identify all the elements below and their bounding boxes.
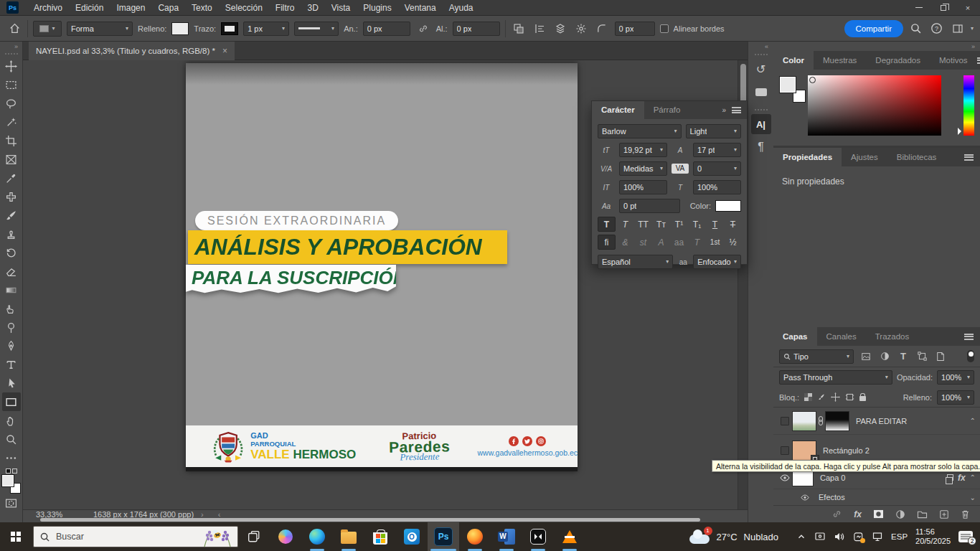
settings-gear-icon[interactable] [573, 21, 589, 37]
collapse-effects-icon[interactable]: ⌃ [970, 474, 976, 481]
taskbar-search[interactable]: Buscar [33, 526, 238, 547]
saturation-brightness-box[interactable] [808, 75, 941, 136]
comments-panel-icon[interactable] [751, 82, 771, 102]
fractions-button[interactable]: ½ [725, 235, 741, 250]
tray-chevron-up-icon[interactable] [796, 532, 806, 542]
eraser-tool[interactable] [2, 262, 21, 281]
lock-all-icon[interactable] [859, 396, 866, 401]
minimize-button[interactable] [907, 0, 931, 16]
document-tab[interactable]: NAYELI.psd al 33,3% (Titulo y cuadros, R… [29, 42, 235, 60]
tab-propiedades[interactable]: Propiedades [773, 148, 842, 166]
foreground-background-swatches[interactable] [2, 475, 21, 494]
hue-slider[interactable] [963, 75, 974, 136]
object-selection-tool[interactable] [2, 113, 21, 131]
menu-edicion[interactable]: Edición [69, 0, 110, 16]
tab-color[interactable]: Color [773, 51, 814, 70]
menu-ventana[interactable]: Ventana [398, 0, 443, 16]
menu-filtro[interactable]: Filtro [269, 0, 301, 16]
strikethrough-button[interactable]: T [725, 217, 741, 232]
file-explorer-button[interactable] [333, 522, 364, 551]
panel-group-collapse-icon[interactable]: » [773, 42, 980, 51]
layer-name[interactable]: Rectángulo 2 [823, 446, 870, 455]
firefox-button[interactable] [459, 522, 491, 551]
rectangle-tool[interactable] [2, 392, 21, 411]
swash-button[interactable]: A [653, 235, 669, 250]
outlook-button[interactable]: O [396, 522, 428, 551]
faux-italic-button[interactable]: T [617, 217, 633, 232]
ordinals-button[interactable]: 1st [707, 235, 723, 250]
opacity-select[interactable]: 100%▾ [937, 370, 974, 385]
capcut-button[interactable] [522, 522, 554, 551]
tool-mode-select[interactable]: Forma▾ [67, 22, 133, 36]
menu-plugins[interactable]: Plugins [357, 0, 397, 16]
close-button[interactable]: × [956, 0, 980, 16]
delete-layer-icon[interactable] [961, 509, 970, 519]
new-group-icon[interactable] [917, 509, 928, 519]
smudge-tool[interactable] [2, 299, 21, 318]
lasso-tool[interactable] [2, 94, 21, 113]
hand-tool[interactable] [2, 411, 21, 430]
stylistic-alternates-button[interactable]: aa [671, 235, 687, 250]
clone-stamp-tool[interactable] [2, 225, 21, 243]
task-view-button[interactable] [238, 522, 270, 551]
all-caps-button[interactable]: TT [635, 217, 651, 232]
app-update-tray-icon[interactable] [853, 532, 864, 542]
subscript-button[interactable]: T₁ [689, 217, 705, 232]
workspace-caret-icon[interactable]: ▾ [971, 26, 974, 32]
vertical-scale-field[interactable]: 100% [619, 180, 667, 194]
filter-pixel-layers-icon[interactable] [859, 350, 872, 363]
path-alignment-icon[interactable] [532, 21, 547, 37]
kerning-select[interactable]: Medidas▾ [619, 161, 667, 176]
menu-3d[interactable]: 3D [301, 0, 324, 16]
wireless-display-icon[interactable] [814, 532, 826, 542]
baseline-shift-field[interactable]: 0 pt [619, 199, 680, 213]
marquee-tool[interactable] [2, 75, 21, 94]
effects-label[interactable]: Efectos [819, 493, 845, 501]
layer-filtering-toggle[interactable] [967, 350, 974, 362]
photoshop-taskbar-button[interactable]: Ps [428, 522, 459, 551]
menu-ayuda[interactable]: Ayuda [443, 0, 480, 16]
titling-alternates-button[interactable]: T [689, 235, 705, 250]
volume-icon[interactable] [834, 532, 845, 542]
tab-ajustes[interactable]: Ajustes [842, 148, 887, 166]
history-panel-icon[interactable]: ↺ [751, 59, 771, 79]
tracking-select[interactable]: 0▾ [693, 161, 741, 176]
dodge-tool[interactable] [2, 318, 21, 336]
align-edges-checkbox[interactable] [660, 24, 669, 33]
font-size-select[interactable]: 19,92 pt▾ [619, 143, 667, 157]
color-panel-menu-icon[interactable] [977, 57, 980, 64]
layers-panel-menu-icon[interactable] [964, 334, 974, 340]
word-button[interactable]: W [491, 522, 522, 551]
tab-motivos[interactable]: Motivos [930, 51, 977, 70]
expand-icon[interactable]: ⌄ [970, 494, 976, 501]
horizontal-scale-field[interactable]: 100% [693, 180, 741, 194]
filter-smart-objects-icon[interactable] [934, 350, 947, 363]
frame-tool[interactable] [2, 150, 21, 169]
new-layer-icon[interactable] [939, 509, 949, 519]
tab-canales[interactable]: Canales [817, 327, 866, 346]
small-caps-button[interactable]: Tᴛ [653, 217, 669, 232]
contextual-alternates-button[interactable]: & [617, 235, 633, 250]
toolbar-collapse-icon[interactable]: » [0, 42, 22, 52]
path-operations-icon[interactable] [511, 21, 527, 37]
share-button[interactable]: Compartir [844, 20, 903, 37]
history-brush-tool[interactable] [2, 243, 21, 262]
layer-name[interactable]: PARA EDITAR [856, 417, 907, 425]
language-select[interactable]: Español▾ [598, 255, 673, 269]
tool-preset-picker[interactable]: ▾ [33, 21, 62, 37]
notification-center-icon[interactable]: 2 [958, 531, 973, 542]
start-button[interactable] [0, 522, 32, 551]
tab-degradados[interactable]: Degradados [866, 51, 930, 70]
workspace-switcher-icon[interactable] [950, 21, 966, 37]
menu-seleccion[interactable]: Selección [219, 0, 269, 16]
lock-artboard-icon[interactable] [845, 392, 854, 402]
canvas-document[interactable]: SESIÓN EXTRAORDINARIA ANÁLISIS Y APROBAC… [186, 63, 578, 471]
add-layer-style-icon[interactable]: fx [854, 509, 862, 519]
home-icon[interactable] [6, 21, 22, 37]
lock-position-icon[interactable] [831, 392, 840, 402]
corner-radius-field[interactable]: 0 px [615, 22, 655, 36]
taskbar-weather[interactable]: 1 27°C Nublado [689, 528, 778, 545]
layer-name[interactable]: Capa 0 [820, 474, 845, 482]
text-color-swatch[interactable] [715, 200, 741, 212]
layer-row-para-editar[interactable]: PARA EDITAR ⌃ [773, 408, 980, 435]
